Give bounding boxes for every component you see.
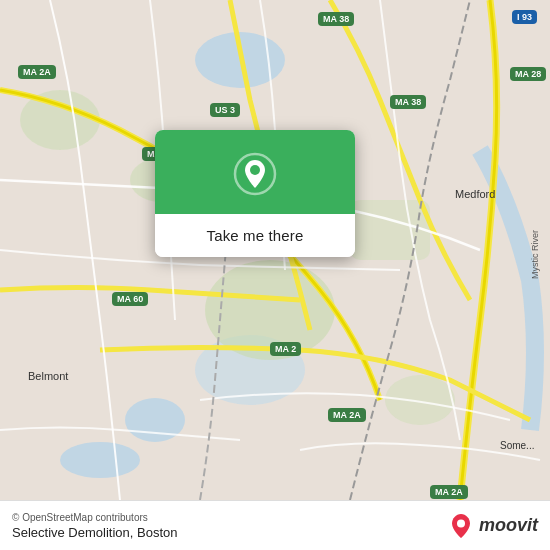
location-label: Selective Demolition, Boston [12,525,177,540]
medford-label: Medford [455,188,495,200]
shield-ma2a-top: MA 2A [18,65,56,79]
shield-ma28: MA 28 [510,67,546,81]
shield-ma38-center: MA 38 [390,95,426,109]
svg-point-11 [250,165,260,175]
shield-ma2a-bottom: MA 2A [328,408,366,422]
location-pin-icon [233,152,277,196]
belmont-label: Belmont [28,370,68,382]
mystic-river-label: Mystic River [530,230,540,279]
popup-icon-background [155,130,355,214]
moovit-brand-text: moovit [479,515,538,536]
svg-point-9 [385,375,455,425]
take-me-there-button[interactable]: Take me there [155,214,355,257]
shield-ma2a-far-bottom: MA 2A [430,485,468,499]
map-view: MA 2A MA 38 I 93 US 3 MA 2A MA 38 MA 28 … [0,0,550,500]
moovit-logo: moovit [447,512,538,540]
svg-rect-7 [350,200,430,260]
svg-point-12 [457,519,465,527]
bottom-bar: © OpenStreetMap contributors Selective D… [0,500,550,550]
shield-i93: I 93 [512,10,537,24]
moovit-pin-icon [447,512,475,540]
shield-ma38-top: MA 38 [318,12,354,26]
osm-attribution: © OpenStreetMap contributors [12,512,177,523]
shield-ma2: MA 2 [270,342,301,356]
somerville-label: Some... [500,440,534,451]
bottom-info: © OpenStreetMap contributors Selective D… [12,512,177,540]
svg-point-4 [60,442,140,478]
location-popup: Take me there [155,130,355,257]
shield-us3: US 3 [210,103,240,117]
shield-ma60: MA 60 [112,292,148,306]
